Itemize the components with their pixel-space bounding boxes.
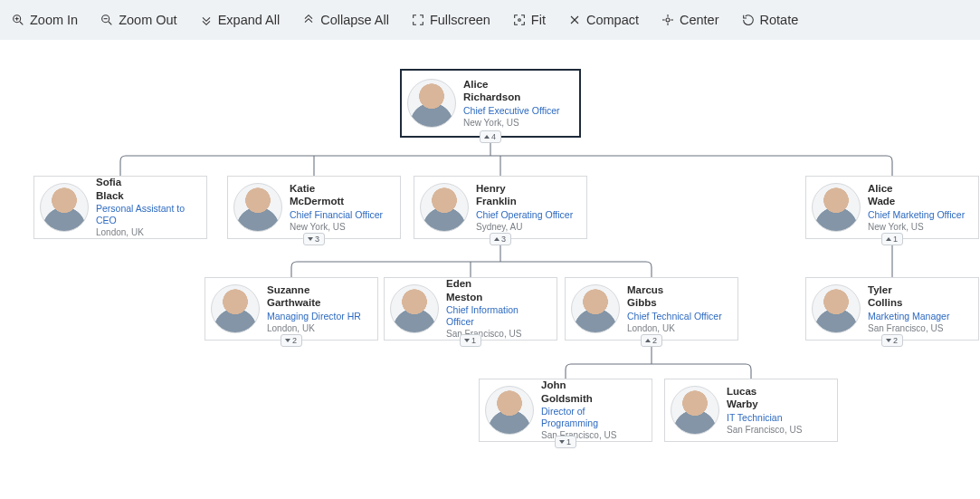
location: London, UK bbox=[627, 323, 722, 335]
avatar bbox=[420, 183, 469, 232]
last-name: McDermott bbox=[290, 195, 383, 207]
location: San Francisco, US bbox=[727, 425, 802, 437]
job-title: Chief Operating Officer bbox=[476, 209, 573, 221]
first-name: Katie bbox=[290, 182, 383, 195]
node-john-goldsmith[interactable]: John Goldsmith Director of Programming S… bbox=[479, 379, 652, 442]
zoom-out-icon bbox=[100, 13, 114, 27]
child-count: 3 bbox=[315, 235, 319, 244]
node-tyler-collins[interactable]: Tyler Collins Marketing Manager San Fran… bbox=[805, 277, 979, 341]
node-info: Marcus Gibbs Chief Technical Officer Lon… bbox=[627, 283, 722, 334]
expand-toggle[interactable]: 4 bbox=[480, 130, 501, 143]
zoom-in-label: Zoom In bbox=[30, 13, 78, 27]
location: London, UK bbox=[96, 227, 197, 239]
fullscreen-label: Fullscreen bbox=[430, 13, 490, 27]
job-title: Managing Director HR bbox=[267, 311, 361, 322]
expand-toggle[interactable]: 1 bbox=[881, 233, 903, 245]
zoom-in-button[interactable]: Zoom In bbox=[11, 13, 78, 27]
last-name: Warby bbox=[727, 398, 802, 410]
compact-button[interactable]: Compact bbox=[567, 13, 639, 27]
node-info: John Goldsmith Director of Programming S… bbox=[541, 379, 642, 442]
expand-toggle[interactable]: 2 bbox=[641, 334, 662, 347]
chevron-down-icon bbox=[285, 339, 290, 342]
node-info: Tyler Collins Marketing Manager San Fran… bbox=[868, 283, 949, 334]
avatar bbox=[233, 183, 282, 232]
center-icon bbox=[661, 13, 675, 27]
first-name: Lucas bbox=[727, 385, 802, 398]
child-count: 3 bbox=[501, 235, 506, 244]
fullscreen-button[interactable]: Fullscreen bbox=[411, 13, 490, 27]
child-count: 4 bbox=[491, 132, 496, 141]
node-info: Eden Meston Chief Information Officer Sa… bbox=[446, 277, 547, 341]
location: Sydney, AU bbox=[476, 222, 573, 234]
expand-toggle[interactable]: 3 bbox=[303, 233, 325, 245]
avatar bbox=[571, 284, 620, 333]
node-info: Suzanne Garthwaite Managing Director HR … bbox=[267, 283, 361, 334]
location: San Francisco, US bbox=[868, 323, 949, 335]
node-katie-mcdermott[interactable]: Katie McDermott Chief Financial Officer … bbox=[227, 176, 401, 239]
node-marcus-gibbs[interactable]: Marcus Gibbs Chief Technical Officer Lon… bbox=[565, 277, 738, 341]
expand-toggle[interactable]: 2 bbox=[281, 334, 302, 347]
node-lucas-warby[interactable]: Lucas Warby IT Technician San Francisco,… bbox=[664, 379, 838, 442]
last-name: Franklin bbox=[476, 195, 573, 207]
zoom-out-button[interactable]: Zoom Out bbox=[100, 13, 176, 27]
location: London, UK bbox=[267, 323, 361, 335]
node-henry-franklin[interactable]: Henry Franklin Chief Operating Officer S… bbox=[414, 176, 587, 239]
last-name: Gibbs bbox=[627, 296, 722, 309]
avatar bbox=[211, 284, 260, 333]
job-title: Chief Technical Officer bbox=[627, 311, 722, 322]
node-sofia-black[interactable]: Sofia Black Personal Assistant to CEO Lo… bbox=[33, 176, 207, 239]
chevron-down-icon bbox=[886, 339, 891, 342]
svg-line-1 bbox=[20, 22, 23, 24]
node-alice-richardson[interactable]: Alice Richardson Chief Executive Officer… bbox=[400, 69, 581, 138]
fit-icon bbox=[512, 13, 527, 27]
job-title: Chief Marketing Officer bbox=[868, 209, 965, 221]
first-name: John bbox=[541, 379, 642, 391]
chevron-up-icon bbox=[484, 135, 490, 139]
last-name: Goldsmith bbox=[541, 392, 642, 405]
rotate-button[interactable]: Rotate bbox=[741, 13, 799, 27]
location: New York, US bbox=[463, 118, 560, 130]
expand-all-icon bbox=[199, 13, 214, 27]
expand-toggle[interactable]: 1 bbox=[555, 436, 576, 448]
toolbar: Zoom In Zoom Out Expand All Collapse All… bbox=[0, 0, 980, 40]
fullscreen-icon bbox=[411, 13, 425, 27]
node-eden-meston[interactable]: Eden Meston Chief Information Officer Sa… bbox=[384, 277, 557, 341]
zoom-out-label: Zoom Out bbox=[119, 13, 176, 27]
job-title: Marketing Manager bbox=[868, 311, 949, 322]
job-title: Director of Programming bbox=[541, 406, 642, 429]
job-title: Chief Executive Officer bbox=[463, 105, 560, 117]
expand-toggle[interactable]: 2 bbox=[881, 334, 903, 347]
node-suzanne-garthwaite[interactable]: Suzanne Garthwaite Managing Director HR … bbox=[205, 277, 378, 341]
child-count: 1 bbox=[893, 235, 898, 244]
chevron-down-icon bbox=[464, 339, 470, 342]
expand-all-button[interactable]: Expand All bbox=[199, 13, 281, 27]
avatar bbox=[671, 386, 719, 435]
compact-label: Compact bbox=[586, 13, 639, 27]
rotate-icon bbox=[741, 13, 756, 27]
first-name: Henry bbox=[476, 182, 573, 195]
first-name: Tyler bbox=[868, 283, 949, 296]
node-alice-wade[interactable]: Alice Wade Chief Marketing Officer New Y… bbox=[805, 176, 979, 239]
org-chart-canvas[interactable]: Alice Richardson Chief Executive Officer… bbox=[0, 40, 980, 499]
node-info: Henry Franklin Chief Operating Officer S… bbox=[476, 182, 573, 233]
child-count: 1 bbox=[471, 336, 476, 345]
collapse-all-button[interactable]: Collapse All bbox=[301, 13, 389, 27]
child-count: 2 bbox=[652, 336, 657, 345]
expand-toggle[interactable]: 3 bbox=[490, 233, 511, 245]
last-name: Meston bbox=[446, 291, 547, 303]
chevron-up-icon bbox=[886, 237, 891, 241]
avatar bbox=[812, 284, 861, 333]
expand-toggle[interactable]: 1 bbox=[460, 334, 481, 347]
first-name: Sofia bbox=[96, 176, 197, 188]
job-title: Chief Financial Officer bbox=[290, 209, 383, 221]
child-count: 2 bbox=[893, 336, 898, 345]
collapse-all-label: Collapse All bbox=[320, 13, 389, 27]
first-name: Eden bbox=[446, 277, 547, 290]
center-label: Center bbox=[680, 13, 719, 27]
svg-point-7 bbox=[519, 19, 521, 22]
fit-button[interactable]: Fit bbox=[512, 13, 546, 27]
chevron-up-icon bbox=[645, 339, 651, 342]
chevron-up-icon bbox=[494, 237, 500, 241]
center-button[interactable]: Center bbox=[661, 13, 719, 27]
first-name: Marcus bbox=[627, 283, 722, 296]
